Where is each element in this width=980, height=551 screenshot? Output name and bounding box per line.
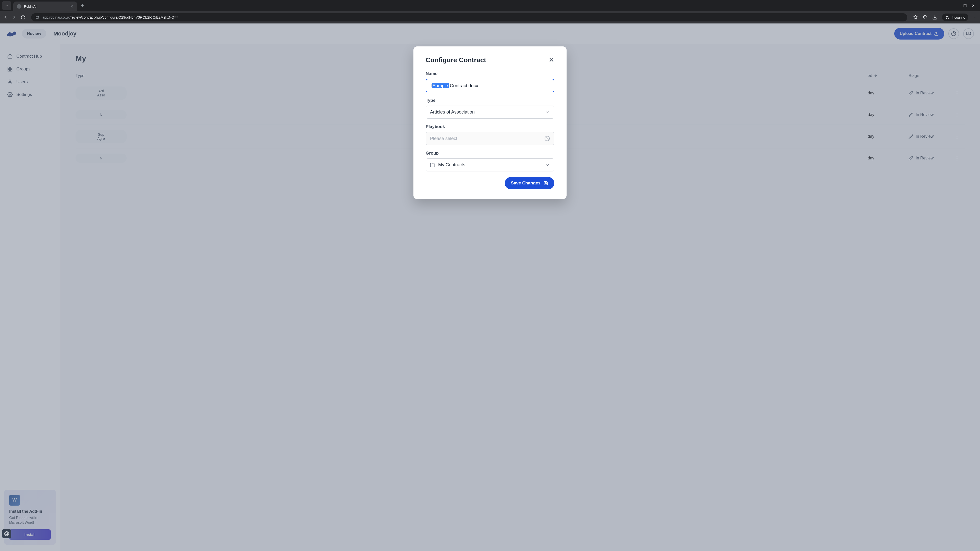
incognito-badge[interactable]: Incognito bbox=[942, 14, 968, 21]
new-tab-button[interactable]: + bbox=[79, 1, 86, 11]
tab-search-button[interactable] bbox=[2, 1, 11, 10]
playbook-label: Playbook bbox=[426, 124, 554, 129]
forward-button[interactable] bbox=[12, 15, 17, 20]
svg-marker-2 bbox=[913, 15, 918, 19]
window-controls: — ❐ ✕ bbox=[955, 3, 978, 8]
disabled-icon bbox=[544, 136, 550, 141]
chevron-down-icon bbox=[545, 162, 550, 168]
chevron-down-icon bbox=[545, 110, 550, 115]
svg-point-17 bbox=[6, 533, 8, 535]
svg-line-15 bbox=[546, 137, 549, 140]
incognito-icon bbox=[945, 15, 950, 20]
playbook-select[interactable]: Please select bbox=[426, 132, 554, 145]
name-label: Name bbox=[426, 71, 554, 76]
svg-line-18 bbox=[5, 532, 6, 533]
modal-close-button[interactable]: ✕ bbox=[549, 56, 554, 64]
tab-bar: Robin AI ✕ + — ❐ ✕ bbox=[0, 0, 980, 11]
browser-tab[interactable]: Robin AI ✕ bbox=[13, 2, 77, 11]
save-icon bbox=[544, 181, 548, 186]
address-bar[interactable]: app.robinai.co.uk/review/contract-hub/co… bbox=[31, 13, 907, 21]
minimize-button[interactable]: — bbox=[955, 3, 958, 8]
close-window-button[interactable]: ✕ bbox=[972, 3, 975, 8]
tab-favicon bbox=[17, 4, 21, 9]
modal-overlay[interactable]: Configure Contract ✕ Name ISample Contra… bbox=[0, 24, 980, 551]
svg-line-19 bbox=[7, 534, 8, 535]
configure-contract-modal: Configure Contract ✕ Name ISample Contra… bbox=[414, 46, 566, 199]
downloads-icon[interactable] bbox=[932, 15, 937, 20]
maximize-button[interactable]: ❐ bbox=[963, 3, 967, 8]
svg-rect-0 bbox=[36, 16, 39, 18]
modal-title: Configure Contract bbox=[426, 56, 486, 64]
back-button[interactable] bbox=[3, 15, 8, 20]
help-fab[interactable] bbox=[2, 529, 11, 538]
site-info-icon[interactable] bbox=[35, 15, 39, 19]
reload-button[interactable] bbox=[21, 15, 25, 20]
nav-bar: app.robinai.co.uk/review/contract-hub/co… bbox=[0, 11, 980, 24]
tab-close-icon[interactable]: ✕ bbox=[70, 4, 73, 9]
svg-line-21 bbox=[5, 534, 6, 535]
bookmark-icon[interactable] bbox=[913, 15, 918, 20]
folder-icon bbox=[430, 162, 435, 168]
tab-title: Robin AI bbox=[24, 5, 68, 8]
url-text: app.robinai.co.uk/review/contract-hub/co… bbox=[42, 15, 178, 19]
group-label: Group bbox=[426, 151, 554, 156]
type-label: Type bbox=[426, 98, 554, 103]
save-changes-button[interactable]: Save Changes bbox=[505, 177, 554, 189]
lifebuoy-icon bbox=[4, 531, 9, 536]
type-select[interactable]: Articles of Association bbox=[426, 106, 554, 119]
extensions-icon[interactable] bbox=[923, 15, 928, 20]
browser-menu-icon[interactable]: ⋮ bbox=[973, 15, 977, 20]
svg-line-20 bbox=[7, 532, 8, 533]
name-input[interactable]: ISample Contract.docx bbox=[426, 79, 554, 92]
group-select[interactable]: My Contracts bbox=[426, 159, 554, 171]
